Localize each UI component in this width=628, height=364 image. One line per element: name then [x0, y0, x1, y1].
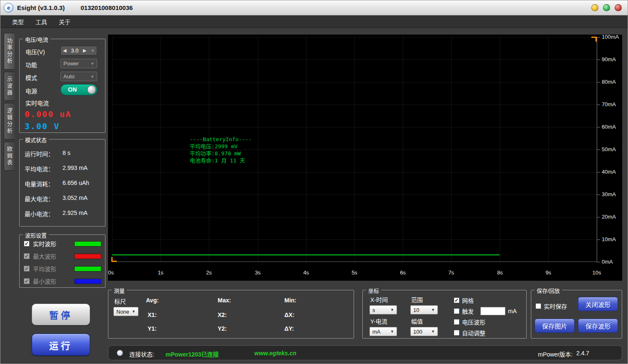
realtime-save-label: 实时保存 — [544, 302, 567, 310]
y-axis-label: 90mA — [602, 56, 622, 62]
y-axis-tick — [597, 150, 600, 150]
realtime-save-checkbox[interactable]: ✓ — [535, 303, 541, 309]
voltage-increment-icon[interactable]: ▶ — [83, 48, 86, 53]
website-link[interactable]: www.egteks.cn — [254, 350, 296, 357]
x-axis-label: 2s — [200, 269, 218, 276]
waveform-plot[interactable] — [112, 37, 597, 262]
y-unit-value: mA — [372, 329, 381, 335]
auto-adjust-checkbox[interactable]: ✓ — [454, 330, 460, 336]
x-axis-label: 9s — [539, 269, 558, 276]
close-wave-button[interactable]: 关闭波形 — [578, 297, 618, 311]
ruler-dropdown[interactable]: None ▼ — [113, 307, 138, 316]
wave-setting-label: 平均波形 — [33, 264, 56, 273]
auto-adjust-label: 自动调整 — [462, 329, 485, 337]
close-button[interactable] — [615, 4, 622, 11]
amplitude-dropdown[interactable]: 100 ▼ — [410, 327, 438, 336]
avg-wave-checkbox[interactable]: ✓ — [24, 266, 30, 272]
save-image-button[interactable]: 保存图片 — [535, 319, 575, 333]
realtime-wave-checkbox[interactable]: ✓ — [24, 241, 30, 247]
voltage-wave-checkbox[interactable]: ✓ — [454, 319, 460, 325]
y-axis-tick — [597, 217, 600, 217]
grid-label: 网格 — [462, 296, 474, 304]
connection-status-value: mPower1203已连接 — [166, 350, 219, 358]
trigger-option: ✓ 触发 — [454, 307, 474, 315]
wave-setting-row: ✓ 最小波形 — [24, 277, 101, 285]
function-dropdown[interactable]: Power ▼ — [60, 59, 97, 68]
voltage-stepper[interactable]: ◀ 3.0 ▶ ▼ — [60, 46, 97, 55]
menu-about[interactable]: 关于 — [59, 17, 70, 26]
y-axis-label: 60mA — [602, 124, 622, 130]
measure-group: 测量 标尺 None ▼ Avg: Max: Min: X1: X2: ΔX: … — [108, 290, 354, 339]
x-axis-label: 10s — [588, 269, 606, 276]
save-wave-button[interactable]: 保存波形 — [578, 319, 618, 333]
amplitude-label: 幅值 — [411, 317, 423, 325]
group-title: 模式状态 — [23, 136, 49, 144]
wave-setting-row: ✓ 平均波形 — [24, 265, 101, 272]
battery-avg-voltage: 平均电压:2999 mV — [190, 143, 252, 150]
y-axis-tick — [597, 105, 600, 105]
max-wave-checkbox[interactable]: ✓ — [24, 253, 30, 259]
dropdown-arrow-icon: ▼ — [132, 309, 136, 314]
power-toggle[interactable]: ON — [60, 84, 97, 95]
runtime-value: 8 s — [63, 150, 70, 156]
group-title: 坐标 — [366, 287, 381, 294]
realtime-current-label: 实时电流 — [25, 99, 49, 107]
logo-letter: e — [7, 5, 10, 11]
menu-type[interactable]: 类型 — [12, 17, 24, 26]
connection-status-label: 连接状态: — [129, 350, 154, 358]
wave-setting-label: 最大波形 — [33, 252, 56, 260]
function-label: 功能 — [25, 60, 37, 69]
realtime-waveform-trace — [112, 254, 500, 255]
tab-oscilloscope[interactable]: 示波器 — [4, 72, 15, 101]
wave-color-swatch — [74, 279, 101, 284]
status-bar: 连接状态: mPower1203已连接 www.egteks.cn mPower… — [108, 345, 622, 360]
voltage-wave-option: ✓ 电压波形 — [454, 318, 485, 326]
trigger-value-input[interactable] — [480, 307, 505, 315]
voltage-dropdown-icon[interactable]: ▼ — [91, 49, 95, 53]
y1-label: Y1: — [148, 325, 157, 332]
max-label: Max: — [218, 297, 231, 304]
app-window: e Esight (v3.1.0.3) 013201008010036 类型 工… — [0, 0, 628, 364]
menu-tools[interactable]: 工具 — [35, 17, 47, 26]
x-axis-label: 7s — [442, 269, 460, 276]
y-axis-label: 0mA — [602, 259, 622, 265]
tab-power-analysis[interactable]: 功率分析 — [4, 33, 15, 70]
save-playback-group: 保存/回放 ✓ 实时保存 关闭波形 保存图片 保存波形 — [531, 290, 622, 339]
y-current-label: Y-电流 — [370, 317, 387, 325]
grid-checkbox[interactable]: ✓ — [454, 297, 460, 303]
voltage-decrement-icon[interactable]: ◀ — [63, 48, 66, 53]
y-axis-label: 70mA — [602, 101, 622, 107]
consumption-label: 电量消耗： — [25, 180, 54, 188]
y-axis-tick — [597, 172, 600, 172]
mode-tab-strip: 功率分析 示波器 逻辑分析 欧姆表 — [4, 33, 15, 173]
amplitude-value: 100 — [413, 329, 422, 335]
consumption-value: 6.656 uAh — [63, 180, 89, 186]
pause-button[interactable]: 暂停 — [32, 304, 90, 325]
wave-color-swatch — [74, 241, 101, 247]
group-title: 保存/回放 — [535, 287, 562, 294]
version-value: 2.4.7 — [576, 350, 589, 357]
dropdown-arrow-icon: ▼ — [431, 329, 435, 334]
dropdown-arrow-icon: ▼ — [90, 62, 94, 66]
maximize-button[interactable] — [603, 4, 610, 11]
min-wave-checkbox[interactable]: ✓ — [24, 278, 30, 284]
trigger-checkbox[interactable]: ✓ — [454, 308, 460, 314]
x-unit-value: s — [372, 307, 375, 313]
run-button[interactable]: 运行 — [32, 334, 90, 356]
x-unit-dropdown[interactable]: s ▼ — [369, 305, 397, 314]
tab-logic-analysis[interactable]: 逻辑分析 — [4, 103, 15, 140]
window-controls — [591, 4, 622, 11]
range-dropdown[interactable]: 10 ▼ — [410, 305, 438, 314]
waveform-chart: 100mA 90mA 80mA 70mA 60mA 50mA 40mA 30mA… — [108, 35, 622, 281]
min-label: Min: — [284, 297, 296, 304]
runtime-label: 运行时间： — [25, 150, 54, 158]
x-axis-label: 3s — [249, 269, 267, 276]
x-axis-label: 5s — [345, 269, 364, 276]
y2-label: Y2: — [218, 325, 227, 332]
y-unit-dropdown[interactable]: mA ▼ — [369, 327, 397, 336]
x2-label: X2: — [218, 312, 227, 318]
minimize-button[interactable] — [591, 4, 598, 11]
tab-ohmmeter[interactable]: 欧姆表 — [4, 142, 15, 171]
y-axis-label: 20mA — [602, 214, 622, 220]
mode-dropdown[interactable]: Auto ▼ — [60, 72, 97, 81]
